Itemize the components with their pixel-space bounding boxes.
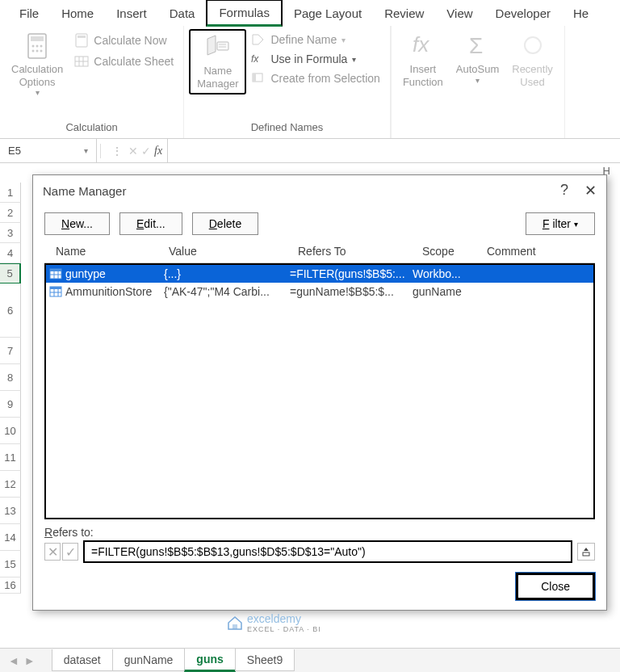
header-scope[interactable]: Scope — [422, 245, 487, 258]
names-list[interactable]: guntype {...} =FILTER(guns!$B$5:... Work… — [44, 263, 595, 519]
delete-button[interactable]: Delete — [192, 212, 258, 235]
fx-large-icon: fx — [411, 32, 435, 60]
svg-rect-33 — [583, 552, 589, 556]
group-calculation-label: Calculation — [65, 118, 117, 135]
svg-rect-19 — [253, 74, 256, 82]
tab-review[interactable]: Review — [373, 2, 435, 25]
row-header[interactable]: 2 — [0, 203, 21, 223]
refers-to-input[interactable] — [83, 540, 572, 563]
row-name: guntype — [65, 267, 164, 280]
name-box[interactable]: E5 ▾ — [0, 139, 97, 162]
tab-data[interactable]: Data — [158, 2, 207, 25]
row-value: {"AK-47";"M4 Carbi... — [164, 285, 290, 298]
row-header[interactable]: 1 — [0, 183, 21, 203]
sheet-next-icon[interactable]: ► — [24, 654, 36, 667]
sheet-tab-sheet9[interactable]: Sheet9 — [235, 649, 295, 671]
row-header[interactable]: 9 — [0, 391, 21, 418]
row-header[interactable]: 3 — [0, 223, 21, 243]
expand-icon[interactable] — [577, 543, 595, 561]
house-icon — [226, 614, 244, 632]
row-header[interactable]: 8 — [0, 364, 21, 391]
refers-to-row: ✕ ✓ — [33, 540, 606, 569]
tab-home[interactable]: Home — [50, 2, 105, 25]
cancel-refers-icon[interactable]: ✕ — [44, 543, 61, 561]
list-row[interactable]: AmmunitionStore {"AK-47";"M4 Carbi... =g… — [46, 283, 593, 300]
row-header[interactable]: 6 — [0, 284, 21, 338]
tab-formulas[interactable]: Formulas — [206, 0, 283, 27]
header-value[interactable]: Value — [169, 245, 298, 258]
close-button[interactable]: Close — [516, 573, 595, 600]
filter-button[interactable]: Filter ▾ — [526, 212, 595, 235]
sheet-tab-gunname[interactable]: gunName — [112, 649, 186, 671]
tab-page-layout[interactable]: Page Layout — [283, 2, 373, 25]
svg-point-3 — [36, 45, 39, 48]
row-header[interactable]: 10 — [0, 418, 21, 444]
row-header[interactable]: 4 — [0, 243, 21, 263]
watermark: exceldemy EXCEL · DATA · BI — [226, 612, 321, 633]
new-button[interactable]: New... — [44, 212, 110, 235]
use-in-formula-label: Use in Formula — [270, 52, 347, 65]
row-header[interactable]: 13 — [0, 498, 21, 524]
cell-reference: E5 — [8, 145, 21, 157]
calculate-sheet-button[interactable]: Calculate Sheet — [69, 52, 178, 71]
tab-developer[interactable]: Developer — [484, 2, 562, 25]
calculate-now-button[interactable]: Calculate Now — [69, 31, 178, 50]
edit-button[interactable]: Edit... — [119, 212, 182, 235]
row-header[interactable]: 16 — [0, 578, 21, 594]
sheet-nav: ◄ ► — [0, 654, 44, 667]
tag-icon — [251, 33, 266, 46]
caret-down-icon: ▾ — [574, 220, 578, 229]
svg-text:fx: fx — [413, 32, 429, 57]
help-icon[interactable]: ? — [560, 182, 568, 200]
create-from-selection-button[interactable]: Create from Selection — [246, 69, 384, 87]
list-row-selected[interactable]: guntype {...} =FILTER(guns!$B$5:... Work… — [46, 265, 593, 283]
svg-rect-24 — [50, 269, 61, 271]
row-header-selected[interactable]: 5 — [0, 263, 21, 284]
header-name[interactable]: Name — [56, 245, 169, 258]
autosum-button[interactable]: Σ AutoSum ▾ — [450, 29, 505, 89]
fx-icon[interactable]: fx — [154, 145, 162, 158]
chevron-down-icon: ▾ — [352, 55, 356, 64]
row-header[interactable]: 12 — [0, 471, 21, 498]
row-refers: =FILTER(guns!$B$5:... — [290, 267, 413, 280]
group-function-library: fx Insert Function Σ AutoSum ▾ Recently … — [391, 26, 565, 138]
calc-sheet-label: Calculate Sheet — [94, 55, 174, 68]
sheet-tab-dataset[interactable]: dataset — [52, 649, 113, 671]
row-value: {...} — [164, 267, 290, 280]
svg-point-22 — [525, 37, 541, 53]
row-header[interactable]: 11 — [0, 444, 21, 471]
header-comment[interactable]: Comment — [487, 245, 584, 258]
use-in-formula-button[interactable]: fx Use in Formula ▾ — [246, 50, 384, 68]
cancel-icon[interactable]: ✕ — [128, 145, 138, 158]
row-header[interactable]: 14 — [0, 524, 21, 551]
sheet-tab-guns[interactable]: guns — [184, 649, 235, 672]
tab-help[interactable]: He — [562, 2, 600, 25]
dialog-titlebar[interactable]: Name Manager ? ✕ — [33, 175, 606, 206]
enter-icon[interactable]: ✓ — [141, 145, 151, 158]
name-manager-button[interactable]: Name Manager — [189, 29, 246, 94]
row-scope: gunName — [413, 285, 477, 298]
svg-rect-34 — [232, 624, 237, 629]
group-funclib-label — [476, 118, 480, 135]
tab-view[interactable]: View — [435, 2, 484, 25]
refers-to-label: Refers to: — [33, 519, 606, 540]
dialog-title-text: Name Manager — [43, 184, 126, 198]
header-refers[interactable]: Refers To — [298, 245, 422, 258]
insert-function-button[interactable]: fx Insert Function — [396, 29, 450, 91]
row-header[interactable]: 7 — [0, 338, 21, 364]
sheet-prev-icon[interactable]: ◄ — [8, 654, 19, 667]
tab-insert[interactable]: Insert — [105, 2, 158, 25]
calculation-options-button[interactable]: Calculation Options ▾ — [5, 29, 69, 101]
calculation-options-label: Calculation Options — [11, 63, 63, 88]
svg-point-4 — [40, 45, 43, 48]
accept-refers-icon[interactable]: ✓ — [62, 543, 78, 561]
define-name-button[interactable]: Define Name ▾ — [246, 31, 384, 48]
svg-rect-1 — [31, 36, 44, 41]
close-icon[interactable]: ✕ — [584, 182, 597, 200]
table-icon — [49, 286, 62, 297]
row-scope: Workbo... — [413, 267, 477, 280]
dialog-footer: Close — [33, 569, 606, 610]
tab-file[interactable]: File — [8, 2, 50, 25]
recently-used-button[interactable]: Recently Used — [505, 29, 559, 91]
row-header[interactable]: 15 — [0, 551, 21, 578]
